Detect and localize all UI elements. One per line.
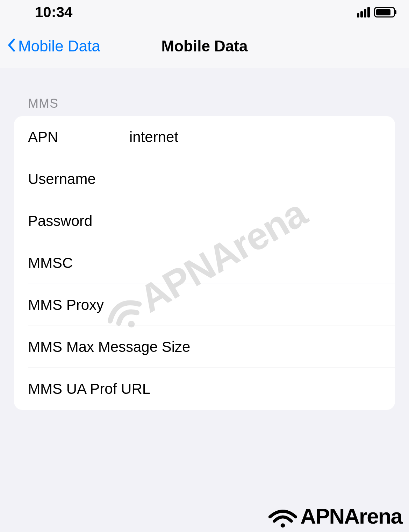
row-apn[interactable]: APN: [14, 116, 395, 158]
cellular-signal-icon: [357, 7, 370, 17]
input-username[interactable]: [129, 171, 381, 187]
battery-icon: [374, 7, 395, 17]
label-password: Password: [28, 213, 129, 229]
brand-footer: APNArena: [267, 504, 402, 529]
section-header-mms: MMS: [14, 68, 395, 116]
row-password[interactable]: Password: [14, 200, 395, 242]
brand-text: APNArena: [300, 504, 402, 529]
content-area: MMS APN Username Password MMSC MMS Proxy: [0, 68, 409, 410]
wifi-icon: [267, 504, 299, 529]
back-label: Mobile Data: [18, 37, 100, 55]
input-mms-proxy[interactable]: [129, 297, 381, 313]
settings-group-mms: APN Username Password MMSC MMS Proxy MMS…: [14, 116, 395, 410]
status-time: 10:34: [35, 4, 72, 21]
row-mms-max-size[interactable]: MMS Max Message Size: [14, 326, 395, 368]
input-mms-max-size[interactable]: [190, 339, 381, 355]
page-title: Mobile Data: [162, 37, 248, 55]
label-apn: APN: [28, 129, 129, 146]
row-mms-proxy[interactable]: MMS Proxy: [14, 284, 395, 326]
row-username[interactable]: Username: [14, 158, 395, 200]
chevron-left-icon: [7, 36, 15, 56]
input-mms-ua-prof[interactable]: [150, 381, 381, 397]
label-mms-max-size: MMS Max Message Size: [28, 339, 190, 355]
label-mmsc: MMSC: [28, 255, 129, 271]
row-mmsc[interactable]: MMSC: [14, 242, 395, 284]
label-mms-ua-prof: MMS UA Prof URL: [28, 381, 150, 397]
row-mms-ua-prof[interactable]: MMS UA Prof URL: [14, 368, 395, 410]
input-mmsc[interactable]: [129, 255, 381, 271]
label-mms-proxy: MMS Proxy: [28, 297, 129, 313]
input-password[interactable]: [129, 213, 381, 229]
status-bar: 10:34: [0, 0, 409, 24]
navigation-bar: Mobile Data Mobile Data: [0, 24, 409, 68]
svg-point-1: [281, 523, 285, 527]
input-apn[interactable]: [129, 129, 381, 146]
back-button[interactable]: Mobile Data: [0, 36, 100, 56]
label-username: Username: [28, 171, 129, 187]
status-indicators: [357, 7, 395, 17]
